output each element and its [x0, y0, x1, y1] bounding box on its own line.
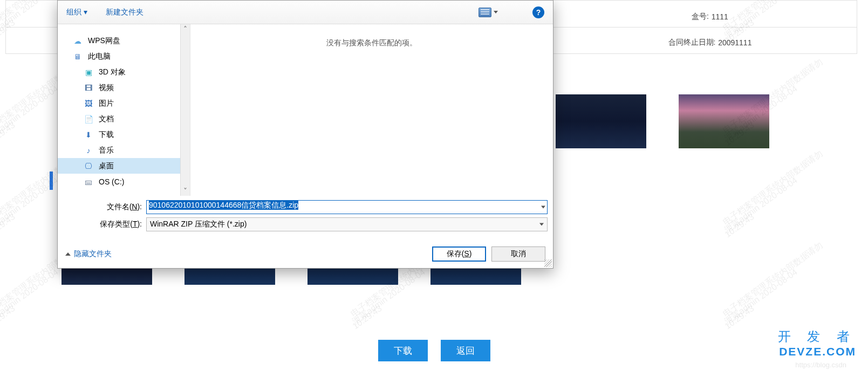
label: 合同终止日期:: [668, 38, 716, 47]
file-list-area: 没有与搜索条件匹配的项。: [190, 24, 553, 196]
savetype-select[interactable]: WinRAR ZIP 压缩文件 (*.zip): [146, 217, 548, 231]
sidebar-item-desktop[interactable]: 🖵桌面: [58, 158, 180, 174]
info-contract-enddate: 合同终止日期: 20091111: [563, 32, 857, 53]
sidebar-item-label: 下载: [99, 130, 114, 140]
music-icon: ♪: [84, 146, 93, 155]
drive-icon: 🖴: [84, 177, 93, 187]
image-icon: 🖼: [84, 99, 93, 108]
cancel-button[interactable]: 取消: [491, 246, 545, 262]
sidebar-item-label: WPS网盘: [88, 36, 120, 46]
sidebar-item-drive[interactable]: 🖴OS (C:): [58, 174, 180, 189]
help-icon[interactable]: ?: [532, 6, 544, 18]
filename-input[interactable]: 9010622010101000144668信贷档案信息.zip: [146, 200, 548, 214]
sidebar-item-cloud[interactable]: ☁WPS网盘: [58, 33, 180, 49]
filename-row: 文件名(N): 9010622010101000144668信贷档案信息.zip: [88, 200, 548, 214]
resize-handle[interactable]: [544, 259, 552, 267]
sidebar-item-cube[interactable]: ▣3D 对象: [58, 64, 180, 80]
chevron-down-icon[interactable]: [541, 206, 545, 209]
savetype-value: WinRAR ZIP 压缩文件 (*.zip): [150, 220, 247, 229]
sidebar-item-label: 3D 对象: [99, 67, 126, 77]
new-folder-button[interactable]: 新建文件夹: [106, 8, 143, 17]
sidebar-item-film[interactable]: 🎞视频: [58, 80, 180, 95]
doc-icon: 📄: [84, 114, 93, 124]
hide-folders-label: 隐藏文件夹: [74, 249, 112, 259]
pc-icon: 🖥: [73, 52, 83, 61]
chevron-up-icon: [65, 252, 71, 256]
desktop-icon: 🖵: [84, 161, 93, 171]
cube-icon: ▣: [84, 67, 93, 77]
view-icon: [479, 8, 491, 17]
save-button[interactable]: 保存(S): [432, 246, 486, 262]
hide-folders-toggle[interactable]: 隐藏文件夹: [65, 249, 112, 259]
sidebar-item-label: 音乐: [99, 146, 114, 155]
folder-tree: ☁WPS网盘🖥此电脑▣3D 对象🎞视频🖼图片📄文档⬇下载♪音乐🖵桌面🖴OS (C…: [58, 24, 190, 196]
sidebar-item-pc[interactable]: 🖥此电脑: [58, 49, 180, 64]
sidebar-item-label: OS (C:): [99, 177, 124, 186]
sidebar-item-label: 视频: [99, 83, 114, 93]
sidebar-item-label: 图片: [99, 99, 114, 108]
brand-en: DEVZE.COM: [778, 345, 856, 358]
empty-state-text: 没有与搜索条件匹配的项。: [326, 38, 417, 48]
download-button[interactable]: 下载: [378, 340, 428, 361]
save-as-dialog: 组织 ▾ 新建文件夹 ? ☁WPS网盘🖥此电脑▣3D 对象🎞视频🖼图片📄文档⬇下…: [57, 0, 553, 269]
dialog-toolbar: 组织 ▾ 新建文件夹 ?: [58, 1, 553, 24]
watermark: 电子档案管理系统内部数据请勿泄露admin 2020-08-0410:29:43: [341, 292, 350, 317]
thumbnail-row-top: [556, 94, 769, 148]
savetype-label: 保存类型(T):: [88, 220, 142, 229]
sidebar-item-doc[interactable]: 📄文档: [58, 111, 180, 127]
image-thumbnail[interactable]: [679, 94, 769, 148]
label: 盒号:: [692, 12, 709, 22]
chevron-down-icon: [494, 11, 498, 13]
site-brand: 开 发 者 DEVZE.COM: [778, 328, 856, 358]
info-box-number: 盒号: 1111: [563, 6, 857, 28]
filename-value: 9010622010101000144668信贷档案信息.zip: [149, 200, 298, 210]
sidebar-item-image[interactable]: 🖼图片: [58, 95, 180, 111]
sidebar-item-download[interactable]: ⬇下载: [58, 127, 180, 142]
view-mode-dropdown[interactable]: [479, 8, 498, 17]
dialog-fields: 文件名(N): 9010622010101000144668信贷档案信息.zip…: [58, 196, 553, 237]
film-icon: 🎞: [84, 83, 93, 93]
cloud-icon: ☁: [73, 36, 83, 46]
download-icon: ⬇: [84, 130, 93, 140]
sidebar-scrollbar[interactable]: ˄ ˅: [180, 24, 190, 196]
sidebar-item-music[interactable]: ♪音乐: [58, 142, 180, 158]
section-indicator: [50, 172, 53, 190]
value: 20091111: [718, 38, 751, 47]
chevron-down-icon: [539, 223, 544, 226]
watermark: 电子档案管理系统内部数据请勿泄露admin 2020-08-0410:29:43: [714, 292, 722, 317]
organize-menu[interactable]: 组织 ▾: [66, 8, 87, 17]
sidebar-item-label: 桌面: [99, 161, 114, 171]
value: 1111: [712, 12, 728, 21]
scroll-up-icon[interactable]: ˄: [181, 24, 190, 34]
page-action-bar: 下载 返回: [378, 340, 490, 361]
blog-watermark: https://blog.csdn: [795, 361, 846, 369]
back-button[interactable]: 返回: [441, 340, 490, 361]
brand-zh: 开 发 者: [778, 328, 856, 345]
savetype-row: 保存类型(T): WinRAR ZIP 压缩文件 (*.zip): [88, 217, 548, 231]
sidebar-item-label: 此电脑: [88, 52, 111, 61]
dialog-body: ☁WPS网盘🖥此电脑▣3D 对象🎞视频🖼图片📄文档⬇下载♪音乐🖵桌面🖴OS (C…: [58, 24, 553, 196]
filename-label: 文件名(N):: [88, 202, 142, 212]
dialog-footer: 隐藏文件夹 保存(S) 取消: [58, 237, 553, 268]
sidebar-item-label: 文档: [99, 114, 114, 124]
scroll-down-icon[interactable]: ˅: [181, 186, 190, 196]
image-thumbnail[interactable]: [556, 94, 646, 148]
watermark: 电子档案管理系统内部数据请勿泄露admin 2020-08-0410:29:43: [714, 200, 722, 225]
